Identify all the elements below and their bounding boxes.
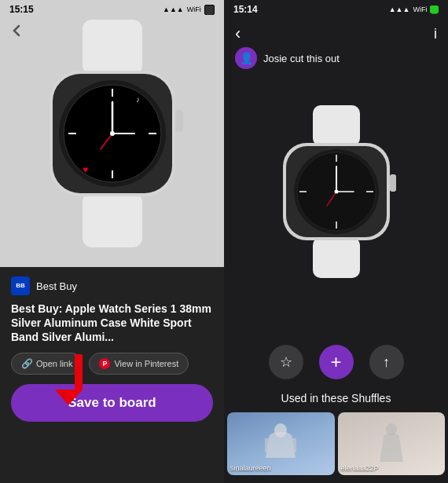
share-icon: ↑ — [383, 354, 390, 371]
merchant-row: BB Best Buy — [11, 276, 213, 295]
svg-marker-17 — [75, 354, 83, 390]
status-icons-left: ▲▲▲ WiFi ▓ — [163, 5, 215, 15]
merchant-name: Best Buy — [36, 280, 77, 292]
svg-rect-0 — [83, 20, 142, 75]
shuffle-card-2[interactable]: elenaaa22P — [338, 412, 446, 475]
hoodie-silhouette — [261, 423, 300, 466]
apple-watch-image-right — [266, 105, 407, 278]
status-bar-left: 15:15 ▲▲▲ WiFi ▓ — [0, 0, 224, 19]
svg-rect-20 — [313, 237, 360, 278]
star-icon: ☆ — [280, 353, 292, 371]
user-banner: 👤 Josie cut this out — [224, 47, 448, 69]
shuffle-user-1: sinalaureeen — [230, 464, 271, 472]
red-arrow-svg — [31, 350, 86, 405]
star-button[interactable]: ☆ — [269, 345, 303, 379]
svg-rect-19 — [313, 105, 360, 146]
link-icon: 🔗 — [21, 358, 32, 369]
signal-icon-right: ▲▲▲ — [389, 5, 410, 13]
merchant-logo: BB — [11, 276, 30, 295]
svg-text:♪: ♪ — [136, 95, 140, 104]
user-avatar: 👤 — [235, 47, 257, 69]
used-in-shuffles-label: Used in these Shuffles — [224, 389, 448, 412]
dress-silhouette — [372, 423, 411, 466]
svg-rect-1 — [83, 192, 142, 247]
signal-icon: ▲▲▲ — [163, 5, 184, 13]
product-title: Best Buy: Apple Watch Series 1 38mm Silv… — [11, 302, 213, 345]
status-time-right: 15:14 — [233, 4, 258, 15]
share-button[interactable]: ↑ — [369, 345, 404, 379]
view-pinterest-label: View in Pinterest — [114, 359, 178, 368]
view-pinterest-button[interactable]: P View in Pinterest — [89, 353, 189, 375]
info-button-right[interactable]: i — [434, 26, 437, 42]
status-bar-right: 15:14 ▲▲▲ WiFi ▓ — [224, 0, 448, 19]
top-nav-right: ‹ i — [224, 19, 448, 49]
svg-text:♥: ♥ — [83, 164, 88, 175]
back-button-right[interactable]: ‹ — [235, 25, 241, 42]
battery-icon-right: ▓ — [430, 5, 439, 13]
back-chevron-left[interactable] — [8, 22, 25, 42]
info-card: BB Best Buy Best Buy: Apple Watch Series… — [0, 267, 224, 483]
status-time-left: 15:15 — [9, 4, 34, 15]
action-row-right: ☆ + ↑ — [224, 335, 448, 389]
svg-rect-14 — [175, 110, 183, 132]
shuffle-user-2: elenaaa22P — [341, 464, 379, 472]
svg-point-13 — [110, 131, 115, 136]
plus-icon: + — [330, 351, 341, 373]
right-panel: 15:14 ▲▲▲ WiFi ▓ ‹ i 👤 Josie cut this ou… — [224, 0, 448, 483]
wifi-icon: WiFi — [187, 5, 201, 13]
apple-watch-image-left: ♪ ♥ — [26, 20, 199, 247]
plus-button[interactable]: + — [319, 345, 354, 379]
user-cut-text: Josie cut this out — [263, 53, 340, 64]
shuffle-card-1[interactable]: sinalaureeen — [227, 412, 335, 475]
shuffle-row: sinalaureeen elenaaa22P — [224, 412, 448, 483]
svg-rect-33 — [390, 174, 396, 192]
battery-icon: ▓ — [204, 5, 215, 15]
product-image-area: 15:15 ▲▲▲ WiFi ▓ — [0, 0, 224, 267]
status-icons-right: ▲▲▲ WiFi ▓ — [389, 5, 439, 13]
red-arrow-indicator — [31, 350, 86, 408]
wifi-icon-right: WiFi — [413, 5, 427, 13]
svg-marker-18 — [55, 390, 83, 405]
pinterest-icon: P — [99, 358, 110, 369]
merchant-logo-text: BB — [16, 283, 25, 289]
svg-point-32 — [334, 189, 338, 193]
left-panel: 15:15 ▲▲▲ WiFi ▓ — [0, 0, 224, 483]
